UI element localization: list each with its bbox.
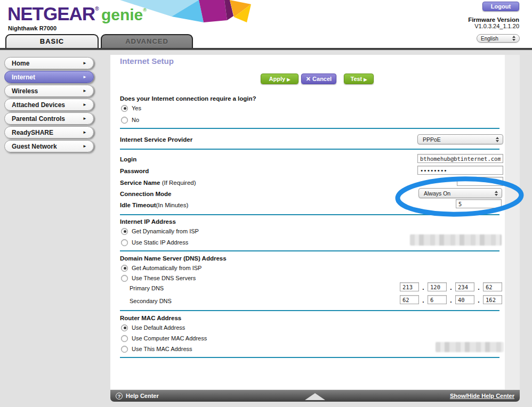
radio-static-ip[interactable]: [121, 239, 128, 246]
x-icon: ✕: [306, 76, 311, 82]
tab-advanced[interactable]: ADVANCED: [101, 34, 193, 48]
sidebar-item-label: ReadySHARE: [12, 129, 53, 136]
sidebar-item-label: Guest Network: [12, 143, 57, 150]
password-input[interactable]: [417, 166, 503, 175]
chevron-right-icon: ►: [83, 75, 87, 79]
question-mark-icon: ?: [116, 393, 123, 400]
radio-label: Use This MAC Address: [132, 346, 192, 352]
sidebar-item-home[interactable]: Home ►: [4, 57, 94, 69]
radio-get-dynamically[interactable]: [121, 228, 128, 235]
radio-no[interactable]: [121, 117, 128, 124]
secondary-dns-octets: . . .: [400, 295, 502, 304]
idle-timeout-label: Idle Timeout(In Minutes): [120, 202, 188, 208]
primary-dns-octet-1[interactable]: [400, 282, 419, 291]
firmware-version-value: V1.0.3.24_1.1.20: [468, 23, 519, 29]
login-input[interactable]: [417, 154, 503, 163]
isp-selected-value: PPPoE: [423, 136, 441, 143]
radio-yes[interactable]: [121, 105, 128, 112]
body-area: Home ► Internet ► Wireless ► Attached De…: [0, 50, 532, 407]
chevron-right-icon: ►: [83, 130, 87, 135]
radio-mac-this[interactable]: [121, 346, 128, 353]
login-required-question: Does your Internet connection require a …: [120, 95, 256, 102]
sidebar-item-label: Home: [12, 60, 29, 67]
test-button[interactable]: Test ▶: [344, 74, 374, 84]
service-name-input[interactable]: [457, 177, 503, 186]
login-label: Login: [120, 156, 136, 162]
router-mac-heading: Router MAC Address: [120, 315, 181, 321]
sidebar-item-label: Attached Devices: [12, 101, 65, 109]
section-divider: [120, 310, 499, 311]
select-arrows-icon: [495, 191, 498, 196]
isp-select[interactable]: PPPoE: [417, 134, 503, 144]
radio-mac-default[interactable]: [121, 324, 128, 331]
sidebar-item-label: Internet: [12, 74, 35, 81]
registered-mark-icon: ®: [95, 6, 99, 12]
brand-ribbon-graphic: [120, 0, 256, 25]
cancel-button[interactable]: ✕ Cancel: [301, 74, 336, 84]
primary-dns-octet-2[interactable]: [428, 282, 447, 291]
idle-timeout-input[interactable]: [456, 199, 502, 208]
firmware-version-label: Firmware Version: [468, 17, 519, 23]
section-divider: [120, 214, 499, 215]
sidebar-item-label: Wireless: [12, 87, 38, 95]
radio-label: Use Computer MAC Address: [132, 335, 207, 341]
dns-heading: Domain Name Server (DNS) Address: [120, 255, 227, 262]
chevron-right-icon: ►: [83, 116, 87, 121]
play-arrow-icon: ▶: [364, 77, 367, 82]
radio-label: No: [132, 117, 139, 123]
internet-setup-panel: Internet Setup Apply ▶ ✕ Cancel Test ▶ D…: [110, 55, 505, 389]
service-name-label-bold: Service Name: [120, 180, 160, 186]
mac-option-default: Use Default Address: [121, 323, 185, 332]
apply-button[interactable]: Apply ▶: [261, 74, 299, 84]
language-select[interactable]: English: [477, 34, 520, 43]
secondary-dns-octet-4[interactable]: [483, 295, 502, 304]
radio-label: Yes: [132, 105, 141, 111]
device-model-label: Nighthawk R7000: [8, 25, 57, 31]
octet-dot: .: [419, 284, 428, 291]
tab-basic[interactable]: BASIC: [5, 34, 99, 48]
test-button-label: Test: [350, 76, 362, 82]
logout-button[interactable]: Logout: [482, 2, 519, 11]
sidebar-item-readyshare[interactable]: ReadySHARE ►: [4, 126, 94, 139]
redacted-mac-address-value: [436, 342, 504, 352]
mac-option-computer: Use Computer MAC Address: [121, 334, 207, 343]
sidebar-item-label: Parental Controls: [12, 115, 65, 123]
primary-dns-octet-3[interactable]: [455, 282, 474, 291]
service-name-label: Service Name (If Required): [120, 180, 196, 186]
radio-label: Get Automatically from ISP: [132, 265, 201, 271]
secondary-dns-octet-1[interactable]: [400, 295, 419, 304]
connection-mode-value: Always On: [424, 190, 450, 197]
sidebar-item-attached-devices[interactable]: Attached Devices ►: [4, 99, 94, 111]
sidebar-item-wireless[interactable]: Wireless ►: [4, 85, 94, 97]
octet-dot: .: [474, 297, 483, 304]
ip-option-dynamic: Get Dynamically from ISP: [121, 227, 199, 235]
sidebar-item-internet[interactable]: Internet ►: [4, 71, 94, 83]
password-label: Password: [120, 168, 149, 174]
radio-dns-manual[interactable]: [121, 275, 128, 282]
login-required-option-yes: Yes: [121, 104, 141, 112]
show-hide-help-link[interactable]: Show/Hide Help Center: [450, 393, 514, 399]
octet-dot: .: [419, 297, 428, 304]
secondary-dns-octet-3[interactable]: [455, 295, 474, 304]
secondary-dns-label: Secondary DNS: [130, 298, 172, 304]
select-arrows-icon: [496, 137, 499, 142]
connection-mode-select[interactable]: Always On: [418, 188, 502, 198]
idle-timeout-label-bold: Idle Timeout: [120, 202, 156, 208]
redacted-static-ip-value: [410, 234, 502, 246]
header: NETGEAR® genie® Nighthawk R7000 Logout F…: [0, 0, 532, 48]
radio-label: Use These DNS Servers: [132, 275, 196, 281]
content-right-gutter: [505, 55, 520, 389]
service-name-label-note: (If Required): [160, 180, 196, 186]
help-center-bar: ? Help Center Show/Hide Help Center: [110, 390, 520, 402]
radio-dns-auto[interactable]: [121, 265, 128, 272]
sidebar-item-parental-controls[interactable]: Parental Controls ►: [4, 112, 94, 125]
secondary-dns-octet-2[interactable]: [428, 295, 447, 304]
ip-option-static: Use Static IP Address: [121, 238, 188, 247]
radio-mac-computer[interactable]: [121, 335, 128, 342]
primary-dns-octet-4[interactable]: [483, 282, 502, 291]
expand-help-arrow-icon[interactable]: [305, 393, 325, 400]
sidebar-item-guest-network[interactable]: Guest Network ►: [4, 140, 94, 152]
section-divider: [120, 128, 499, 129]
chevron-right-icon: ►: [83, 144, 87, 149]
chevron-right-icon: ►: [83, 61, 87, 66]
